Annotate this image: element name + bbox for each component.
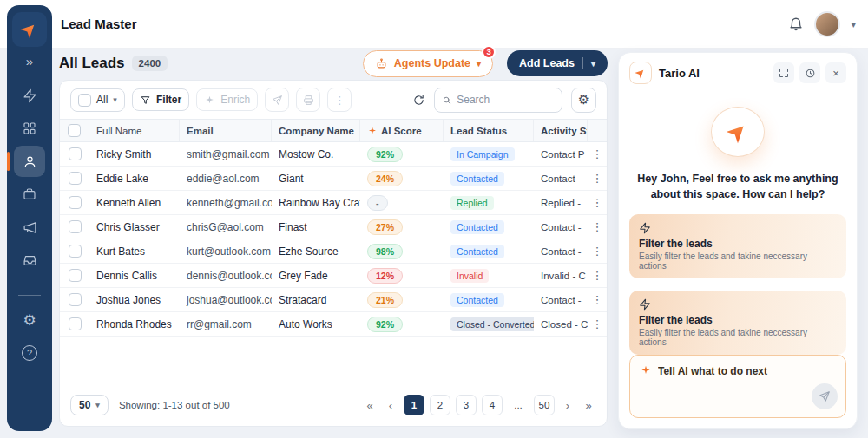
pagination-page-2[interactable]: 2 bbox=[430, 395, 450, 415]
leads-count-badge: 2400 bbox=[132, 56, 168, 71]
user-avatar[interactable] bbox=[814, 11, 840, 37]
cell-company: Grey Fade bbox=[272, 270, 360, 282]
all-chevron-down-icon: ▾ bbox=[113, 95, 117, 104]
row-checkbox[interactable] bbox=[69, 317, 82, 330]
sparkle-icon bbox=[204, 95, 215, 106]
pagination-page-50[interactable]: 50 bbox=[534, 395, 555, 415]
last-page-icon[interactable]: » bbox=[581, 399, 596, 412]
filter-button[interactable]: Filter bbox=[132, 88, 189, 111]
close-icon[interactable]: × bbox=[825, 62, 846, 83]
table-settings-button[interactable]: ⚙ bbox=[571, 88, 596, 113]
select-all-dropdown[interactable]: All ▾ bbox=[70, 88, 125, 112]
sidebar-item-companies[interactable] bbox=[14, 179, 45, 210]
row-menu-button[interactable]: ⋮ bbox=[588, 269, 607, 282]
sidebar-item-dashboard[interactable] bbox=[14, 113, 45, 144]
gear-icon: ⚙ bbox=[23, 313, 36, 328]
column-full-name[interactable]: Full Name bbox=[89, 120, 180, 141]
notifications-bell-icon[interactable] bbox=[788, 16, 804, 32]
row-menu-button[interactable]: ⋮ bbox=[588, 147, 607, 160]
ai-prompt-input[interactable] bbox=[658, 364, 836, 377]
row-checkbox[interactable] bbox=[69, 172, 82, 185]
ai-score-badge: 92% bbox=[367, 317, 403, 332]
table-header-row: Full Name Email Company Name AI Score Le… bbox=[60, 119, 607, 142]
column-activity-status[interactable]: Activity Status bbox=[534, 120, 588, 141]
send-mail-button[interactable] bbox=[265, 88, 289, 112]
table-row[interactable]: Rhonda Rhodes rr@gmail.com Auto Works 92… bbox=[60, 312, 607, 337]
more-options-button[interactable]: ⋮ bbox=[327, 88, 352, 112]
status-badge: Replied bbox=[450, 196, 494, 210]
history-icon[interactable] bbox=[799, 62, 820, 83]
row-checkbox[interactable] bbox=[69, 269, 82, 282]
table-row[interactable]: Ricky Smith smith@gmail.com Mostow Co. 9… bbox=[60, 142, 607, 167]
cell-full-name: Kenneth Allen bbox=[89, 197, 180, 209]
sidebar-item-automations[interactable] bbox=[14, 80, 45, 111]
ai-greeting-text: Hey John, Feel free to ask me anything a… bbox=[637, 171, 838, 202]
next-page-icon[interactable]: › bbox=[560, 399, 575, 412]
sidebar-item-campaigns[interactable] bbox=[14, 212, 45, 243]
tario-avatar-logo bbox=[711, 107, 765, 157]
ai-score-badge: 92% bbox=[367, 147, 403, 162]
row-checkbox[interactable] bbox=[69, 245, 82, 258]
row-menu-button[interactable]: ⋮ bbox=[588, 220, 607, 233]
sidebar: » ⚙ ? bbox=[7, 5, 52, 431]
search-input[interactable] bbox=[457, 94, 555, 106]
first-page-icon[interactable]: « bbox=[362, 399, 378, 412]
enrich-button[interactable]: Enrich bbox=[196, 88, 258, 111]
row-checkbox[interactable] bbox=[69, 220, 82, 233]
cell-company: Rainbow Bay Crafts bbox=[272, 197, 360, 209]
row-checkbox[interactable] bbox=[69, 196, 82, 209]
table-row[interactable]: Chris Glasser chrisG@aol.com Finast 27% … bbox=[60, 215, 607, 239]
add-leads-button[interactable]: Add Leads ▾ bbox=[507, 50, 608, 76]
select-all-checkbox[interactable] bbox=[78, 94, 91, 107]
leads-table-card: All ▾ Filter Enrich ⋮ bbox=[59, 80, 608, 427]
status-badge: In Campaign bbox=[450, 147, 515, 161]
status-badge: Contacted bbox=[450, 293, 504, 307]
row-menu-button[interactable]: ⋮ bbox=[588, 245, 607, 258]
cell-email: dennis@outlook.com bbox=[180, 270, 272, 282]
print-button[interactable] bbox=[296, 88, 320, 112]
column-company-name[interactable]: Company Name bbox=[272, 120, 360, 141]
profile-chevron-down-icon[interactable]: ▾ bbox=[851, 19, 856, 30]
table-footer: 50 ▾ Showing: 1-13 out of 500 « ‹ 1 2 3 … bbox=[60, 386, 607, 426]
megaphone-icon bbox=[23, 220, 37, 235]
row-menu-button[interactable]: ⋮ bbox=[588, 317, 607, 330]
suggestion-card[interactable]: Filter the leads Easily filter the leads… bbox=[629, 214, 846, 278]
row-menu-button[interactable]: ⋮ bbox=[588, 172, 607, 185]
sidebar-item-inbox[interactable] bbox=[14, 245, 45, 276]
header-checkbox[interactable] bbox=[68, 124, 81, 137]
sidebar-item-leads[interactable] bbox=[14, 146, 45, 177]
prev-page-icon[interactable]: ‹ bbox=[383, 399, 398, 412]
mail-send-icon bbox=[272, 95, 283, 106]
expand-icon[interactable] bbox=[773, 62, 794, 83]
select-all-label: All bbox=[96, 94, 108, 106]
cell-email: rr@gmail.com bbox=[180, 318, 272, 330]
status-badge: Contacted bbox=[450, 245, 504, 258]
cell-email: chrisG@aol.com bbox=[180, 221, 272, 233]
sidebar-item-settings[interactable]: ⚙ bbox=[14, 304, 45, 336]
suggestion-card[interactable]: Filter the leads Easily filter the leads… bbox=[629, 291, 846, 355]
pagination-page-4[interactable]: 4 bbox=[482, 395, 503, 415]
column-lead-status[interactable]: Lead Status bbox=[444, 120, 534, 141]
row-checkbox[interactable] bbox=[69, 147, 82, 160]
row-checkbox[interactable] bbox=[69, 293, 82, 306]
column-email[interactable]: Email bbox=[180, 120, 272, 141]
search-field bbox=[434, 88, 562, 113]
table-row[interactable]: Eddie Lake eddie@aol.com Giant 24% Conta… bbox=[60, 167, 607, 191]
column-ai-score[interactable]: AI Score bbox=[360, 120, 444, 141]
table-row[interactable]: Kenneth Allen kenneth@gmail.com Rainbow … bbox=[60, 191, 607, 215]
agents-update-button[interactable]: Agents Update ▾ 3 bbox=[363, 50, 493, 77]
table-row[interactable]: Joshua Jones joshua@outlook.com Strataca… bbox=[60, 288, 607, 312]
sidebar-item-help[interactable]: ? bbox=[14, 337, 45, 369]
send-button[interactable] bbox=[812, 383, 838, 409]
row-menu-button[interactable]: ⋮ bbox=[588, 293, 607, 306]
table-row[interactable]: Kurt Bates kurt@outlook.com Ezhe Source … bbox=[60, 239, 607, 264]
row-menu-button[interactable]: ⋮ bbox=[588, 196, 607, 209]
cell-company: Ezhe Source bbox=[272, 245, 360, 258]
sidebar-collapse-icon[interactable]: » bbox=[26, 50, 33, 71]
pagination-page-3[interactable]: 3 bbox=[456, 395, 477, 415]
refresh-icon[interactable] bbox=[412, 94, 425, 107]
pagination-page-1[interactable]: 1 bbox=[404, 395, 424, 415]
table-row[interactable]: Dennis Callis dennis@outlook.com Grey Fa… bbox=[60, 264, 607, 288]
page-size-select[interactable]: 50 ▾ bbox=[70, 395, 108, 415]
app-title: Lead Master bbox=[61, 16, 137, 31]
